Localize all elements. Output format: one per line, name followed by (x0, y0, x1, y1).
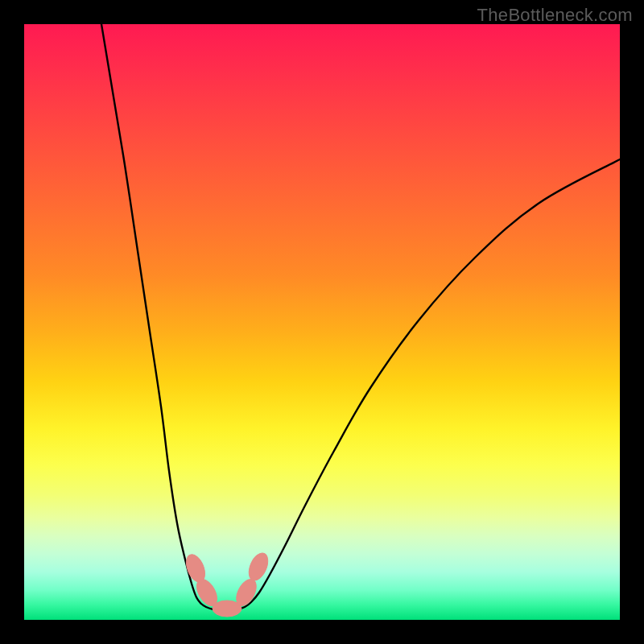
valley-markers (183, 550, 271, 617)
chart-svg (24, 24, 620, 620)
chart-frame: TheBottleneck.com (0, 0, 644, 644)
plot-area (24, 24, 620, 620)
bottleneck-curve (101, 24, 620, 610)
watermark-text: TheBottleneck.com (477, 5, 633, 26)
